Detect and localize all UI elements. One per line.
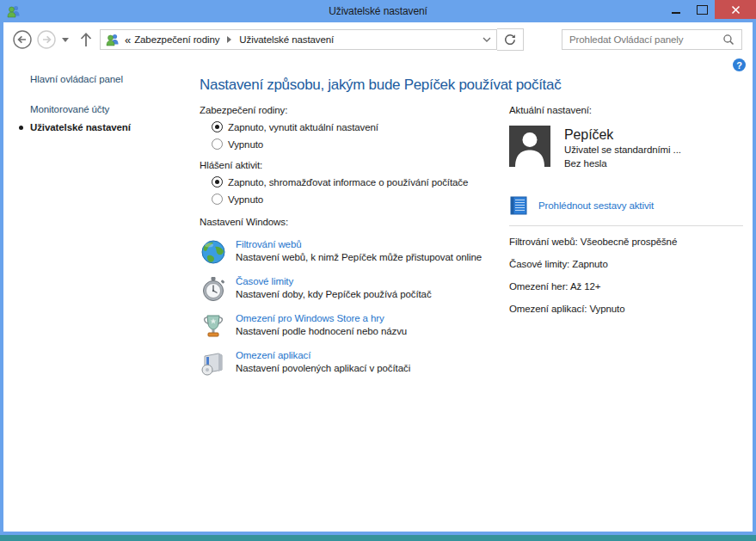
minimize-button[interactable] (663, 0, 689, 19)
user-password-status: Bez hesla (564, 157, 681, 170)
view-activity-reports-link[interactable]: Prohlédnout sestavy aktivit (509, 196, 743, 215)
divider (509, 225, 743, 226)
search-placeholder: Prohledat Ovládací panely (569, 34, 722, 45)
sidebar-item-monitored-accounts[interactable]: Monitorované účty (30, 103, 194, 115)
maximize-icon (697, 5, 708, 15)
close-button[interactable] (715, 0, 756, 19)
window-title: Uživatelské nastavení (0, 5, 756, 17)
breadcrumb-item-user-settings[interactable]: Uživatelské nastavení (239, 34, 334, 45)
radio-unselected-icon[interactable] (212, 194, 223, 205)
breadcrumb-location-icon (106, 33, 120, 46)
help-icon[interactable]: ? (733, 58, 746, 71)
view-activity-reports-label: Prohlédnout sestavy aktivit (538, 200, 654, 212)
chevron-down-icon (62, 38, 69, 42)
up-button[interactable] (77, 30, 95, 49)
family-safety-label: Zabezpečení rodiny: (200, 104, 509, 117)
radio-label: Vypnuto (228, 194, 263, 205)
setting-item-time-limits[interactable]: Časové limity Nastavení doby, kdy Pepíče… (200, 275, 509, 303)
refresh-icon (504, 34, 516, 46)
current-settings-label: Aktuální nastavení: (509, 104, 743, 117)
back-button[interactable] (12, 29, 33, 50)
stopwatch-icon[interactable] (200, 275, 227, 303)
radio-label: Vypnuto (228, 139, 263, 150)
summary-app-restrictions: Omezení aplikací: Vypnuto (509, 303, 743, 316)
main-panel: Nastavení způsobu, jakým bude Pepíček po… (200, 76, 509, 377)
forward-button[interactable] (36, 29, 57, 50)
time-limits-link[interactable]: Časové limity (236, 275, 432, 288)
setting-item-store-games[interactable]: Omezení pro Windows Store a hry Nastaven… (200, 312, 509, 340)
back-icon (12, 29, 33, 50)
chevron-down-icon (482, 37, 491, 42)
trophy-icon[interactable] (200, 312, 227, 340)
current-settings-panel: Aktuální nastavení: Pepíček Uživatel se … (509, 104, 743, 316)
sidebar: Hlavní ovládací panel Monitorované účty … (30, 73, 194, 133)
time-limits-description: Nastavení doby, kdy Pepíček používá počí… (236, 288, 432, 301)
sidebar-item-user-settings[interactable]: Uživatelské nastavení (30, 121, 194, 133)
up-arrow-icon (77, 30, 95, 49)
window: Uživatelské nastavení (0, 0, 756, 535)
web-filtering-description: Nastavení webů, k nimž Pepíček může přis… (236, 251, 482, 264)
radio-option-family-safety-off[interactable]: Vypnuto (212, 138, 509, 150)
store-games-description: Nastavení podle hodnocení nebo názvu (236, 325, 407, 338)
app-box-icon[interactable] (200, 349, 227, 377)
user-summary: Pepíček Uživatel se standardními ... Bez… (509, 126, 743, 170)
window-controls (663, 0, 756, 22)
forward-icon (36, 29, 57, 50)
summary-time-limits: Časové limity: Zapnuto (509, 258, 743, 271)
address-dropdown-button[interactable] (482, 37, 491, 42)
user-name: Pepíček (564, 126, 681, 143)
radio-option-family-safety-on[interactable]: Zapnuto, vynutit aktuální nastavení (212, 121, 509, 132)
radio-unselected-icon[interactable] (212, 138, 223, 150)
radio-selected-icon[interactable] (212, 176, 223, 188)
summary-game-restrictions: Omezení her: Až 12+ (509, 280, 743, 293)
radio-option-activity-on[interactable]: Zapnuto, shromažďovat informace o použív… (212, 176, 509, 188)
store-games-link[interactable]: Omezení pro Windows Store a hry (236, 312, 407, 325)
windows-settings-label: Nastavení Windows: (200, 216, 509, 229)
active-bullet-icon (19, 126, 23, 130)
radio-selected-icon[interactable] (212, 121, 223, 132)
close-icon (731, 5, 741, 15)
setting-item-app-restrictions[interactable]: Omezení aplikací Nastavení povolených ap… (200, 349, 509, 377)
family-safety-app-icon (7, 4, 21, 18)
sidebar-item-label: Uživatelské nastavení (30, 122, 131, 132)
radio-option-activity-off[interactable]: Vypnuto (212, 194, 509, 205)
breadcrumb-overflow-chevron[interactable]: « (125, 34, 131, 46)
maximize-button[interactable] (689, 0, 715, 19)
page-title: Nastavení způsobu, jakým bude Pepíček po… (200, 76, 509, 95)
titlebar[interactable]: Uživatelské nastavení (0, 0, 756, 22)
web-filtering-link[interactable]: Filtrování webů (236, 238, 482, 251)
minimize-icon (672, 12, 680, 14)
sidebar-item-main-control-panel[interactable]: Hlavní ovládací panel (30, 73, 194, 85)
navigation-toolbar: « Zabezpečení rodiny Uživatelské nastave… (3, 27, 753, 52)
summary-web-filtering: Filtrování webů: Všeobecně prospěšné (509, 236, 743, 249)
user-account-type: Uživatel se standardními ... (564, 144, 681, 157)
activity-report-icon[interactable] (509, 196, 528, 215)
breadcrumb-item-family-safety[interactable]: Zabezpečení rodiny (134, 34, 219, 45)
radio-label: Zapnuto, vynutit aktuální nastavení (228, 122, 378, 132)
activity-reporting-label: Hlášení aktivit: (200, 159, 509, 172)
breadcrumb-separator-icon[interactable] (227, 36, 231, 43)
window-content: « Zabezpečení rodiny Uživatelské nastave… (3, 22, 753, 532)
setting-item-web-filtering[interactable]: Filtrování webů Nastavení webů, k nimž P… (200, 238, 509, 266)
app-restrictions-link[interactable]: Omezení aplikací (236, 349, 410, 362)
radio-label: Zapnuto, shromažďovat informace o použív… (228, 177, 468, 188)
app-restrictions-description: Nastavení povolených aplikací v počítači (236, 362, 410, 375)
search-icon[interactable] (722, 34, 734, 46)
address-bar[interactable]: « Zabezpečení rodiny Uživatelské nastave… (100, 29, 497, 50)
globe-icon[interactable] (200, 238, 227, 266)
refresh-button[interactable] (497, 28, 524, 51)
recent-pages-button[interactable] (62, 38, 69, 42)
user-avatar (509, 126, 550, 167)
search-input[interactable]: Prohledat Ovládací panely (562, 29, 742, 50)
